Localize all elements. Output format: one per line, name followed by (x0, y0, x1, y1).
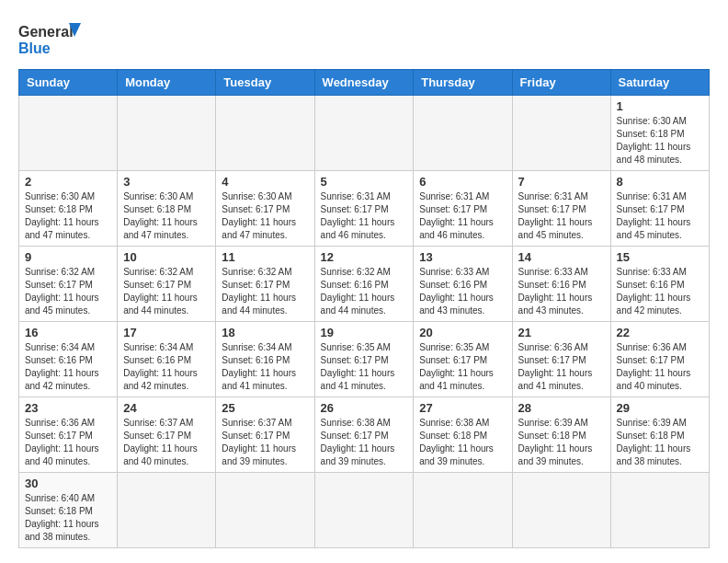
day-info: Sunrise: 6:38 AM Sunset: 6:18 PM Dayligh… (419, 417, 506, 468)
day-info: Sunrise: 6:33 AM Sunset: 6:16 PM Dayligh… (518, 266, 605, 317)
calendar-cell: 15Sunrise: 6:33 AM Sunset: 6:16 PM Dayli… (610, 247, 709, 322)
day-info: Sunrise: 6:36 AM Sunset: 6:17 PM Dayligh… (518, 341, 605, 393)
day-number: 24 (123, 401, 210, 415)
calendar-cell: 13Sunrise: 6:33 AM Sunset: 6:16 PM Dayli… (414, 247, 512, 322)
day-info: Sunrise: 6:37 AM Sunset: 6:17 PM Dayligh… (222, 417, 308, 468)
week-row-3: 9Sunrise: 6:32 AM Sunset: 6:17 PM Daylig… (19, 247, 710, 322)
calendar-cell: 19Sunrise: 6:35 AM Sunset: 6:17 PM Dayli… (314, 322, 414, 397)
calendar-cell (19, 96, 118, 171)
calendar-cell: 23Sunrise: 6:36 AM Sunset: 6:17 PM Dayli… (19, 397, 118, 473)
calendar-cell (216, 96, 314, 171)
day-info: Sunrise: 6:34 AM Sunset: 6:16 PM Dayligh… (123, 341, 210, 393)
calendar-cell (314, 473, 414, 548)
generalblue-logo-icon: GeneralBlue (18, 18, 83, 60)
calendar-cell (118, 473, 216, 548)
week-row-5: 23Sunrise: 6:36 AM Sunset: 6:17 PM Dayli… (19, 397, 710, 473)
day-number: 13 (419, 250, 506, 264)
weekday-header-monday: Monday (118, 70, 216, 96)
calendar-cell: 17Sunrise: 6:34 AM Sunset: 6:16 PM Dayli… (118, 322, 216, 397)
weekday-header-tuesday: Tuesday (216, 70, 314, 96)
day-number: 18 (222, 326, 308, 339)
day-number: 9 (25, 250, 111, 264)
calendar-cell: 1Sunrise: 6:30 AM Sunset: 6:18 PM Daylig… (610, 96, 709, 171)
day-number: 19 (321, 326, 408, 339)
calendar-cell: 16Sunrise: 6:34 AM Sunset: 6:16 PM Dayli… (19, 322, 118, 397)
day-number: 20 (419, 326, 506, 339)
calendar-cell: 21Sunrise: 6:36 AM Sunset: 6:17 PM Dayli… (512, 322, 610, 397)
day-number: 3 (123, 175, 210, 189)
svg-text:General: General (18, 24, 74, 40)
calendar-cell: 27Sunrise: 6:38 AM Sunset: 6:18 PM Dayli… (414, 397, 512, 473)
calendar-cell: 18Sunrise: 6:34 AM Sunset: 6:16 PM Dayli… (216, 322, 314, 397)
day-info: Sunrise: 6:34 AM Sunset: 6:16 PM Dayligh… (222, 341, 308, 393)
calendar-cell (414, 473, 512, 548)
calendar-cell (610, 473, 709, 548)
day-number: 4 (222, 175, 308, 189)
calendar-cell: 8Sunrise: 6:31 AM Sunset: 6:17 PM Daylig… (610, 171, 709, 247)
calendar-cell: 4Sunrise: 6:30 AM Sunset: 6:17 PM Daylig… (216, 171, 314, 247)
calendar-cell: 24Sunrise: 6:37 AM Sunset: 6:17 PM Dayli… (118, 397, 216, 473)
calendar-cell (216, 473, 314, 548)
calendar-cell: 7Sunrise: 6:31 AM Sunset: 6:17 PM Daylig… (512, 171, 610, 247)
day-info: Sunrise: 6:33 AM Sunset: 6:16 PM Dayligh… (617, 266, 703, 317)
day-info: Sunrise: 6:31 AM Sunset: 6:17 PM Dayligh… (419, 190, 506, 242)
day-number: 11 (222, 250, 308, 264)
day-number: 17 (123, 326, 210, 339)
day-info: Sunrise: 6:35 AM Sunset: 6:17 PM Dayligh… (419, 341, 506, 393)
calendar-cell: 28Sunrise: 6:39 AM Sunset: 6:18 PM Dayli… (512, 397, 610, 473)
day-number: 27 (419, 401, 506, 415)
day-number: 2 (25, 175, 111, 189)
calendar-cell: 11Sunrise: 6:32 AM Sunset: 6:17 PM Dayli… (216, 247, 314, 322)
calendar-cell: 25Sunrise: 6:37 AM Sunset: 6:17 PM Dayli… (216, 397, 314, 473)
calendar-cell (512, 96, 610, 171)
weekday-header-sunday: Sunday (19, 70, 118, 96)
day-info: Sunrise: 6:31 AM Sunset: 6:17 PM Dayligh… (518, 190, 605, 242)
day-info: Sunrise: 6:39 AM Sunset: 6:18 PM Dayligh… (518, 417, 605, 468)
calendar-cell: 14Sunrise: 6:33 AM Sunset: 6:16 PM Dayli… (512, 247, 610, 322)
header: GeneralBlue (18, 18, 710, 60)
day-info: Sunrise: 6:36 AM Sunset: 6:17 PM Dayligh… (617, 341, 703, 393)
weekday-header-row: SundayMondayTuesdayWednesdayThursdayFrid… (19, 70, 710, 96)
calendar-cell: 6Sunrise: 6:31 AM Sunset: 6:17 PM Daylig… (414, 171, 512, 247)
day-info: Sunrise: 6:30 AM Sunset: 6:18 PM Dayligh… (123, 190, 210, 242)
day-info: Sunrise: 6:32 AM Sunset: 6:17 PM Dayligh… (25, 266, 111, 317)
calendar-cell: 20Sunrise: 6:35 AM Sunset: 6:17 PM Dayli… (414, 322, 512, 397)
weekday-header-friday: Friday (512, 70, 610, 96)
calendar-cell: 22Sunrise: 6:36 AM Sunset: 6:17 PM Dayli… (610, 322, 709, 397)
calendar-cell: 29Sunrise: 6:39 AM Sunset: 6:18 PM Dayli… (610, 397, 709, 473)
calendar: SundayMondayTuesdayWednesdayThursdayFrid… (18, 69, 710, 548)
calendar-cell (414, 96, 512, 171)
day-number: 23 (25, 401, 111, 415)
calendar-cell (512, 473, 610, 548)
calendar-cell: 9Sunrise: 6:32 AM Sunset: 6:17 PM Daylig… (19, 247, 118, 322)
calendar-cell: 26Sunrise: 6:38 AM Sunset: 6:17 PM Dayli… (314, 397, 414, 473)
day-number: 12 (321, 250, 408, 264)
day-info: Sunrise: 6:37 AM Sunset: 6:17 PM Dayligh… (123, 417, 210, 468)
day-number: 22 (617, 326, 703, 339)
day-info: Sunrise: 6:33 AM Sunset: 6:16 PM Dayligh… (419, 266, 506, 317)
day-number: 29 (617, 401, 703, 415)
day-number: 14 (518, 250, 605, 264)
week-row-1: 1Sunrise: 6:30 AM Sunset: 6:18 PM Daylig… (19, 96, 710, 171)
day-number: 15 (617, 250, 703, 264)
weekday-header-saturday: Saturday (610, 70, 709, 96)
day-info: Sunrise: 6:32 AM Sunset: 6:17 PM Dayligh… (123, 266, 210, 317)
week-row-2: 2Sunrise: 6:30 AM Sunset: 6:18 PM Daylig… (19, 171, 710, 247)
weekday-header-wednesday: Wednesday (314, 70, 414, 96)
logo: GeneralBlue (18, 18, 83, 60)
day-number: 1 (617, 99, 703, 113)
day-info: Sunrise: 6:30 AM Sunset: 6:18 PM Dayligh… (25, 190, 111, 242)
calendar-cell (118, 96, 216, 171)
day-info: Sunrise: 6:38 AM Sunset: 6:17 PM Dayligh… (321, 417, 408, 468)
day-number: 8 (617, 175, 703, 189)
day-info: Sunrise: 6:31 AM Sunset: 6:17 PM Dayligh… (321, 190, 408, 242)
day-info: Sunrise: 6:39 AM Sunset: 6:18 PM Dayligh… (617, 417, 703, 468)
day-number: 21 (518, 326, 605, 339)
calendar-cell: 3Sunrise: 6:30 AM Sunset: 6:18 PM Daylig… (118, 171, 216, 247)
day-number: 6 (419, 175, 506, 189)
day-number: 30 (25, 477, 111, 490)
day-number: 16 (25, 326, 111, 339)
day-info: Sunrise: 6:32 AM Sunset: 6:16 PM Dayligh… (321, 266, 408, 317)
day-number: 26 (321, 401, 408, 415)
calendar-cell: 12Sunrise: 6:32 AM Sunset: 6:16 PM Dayli… (314, 247, 414, 322)
